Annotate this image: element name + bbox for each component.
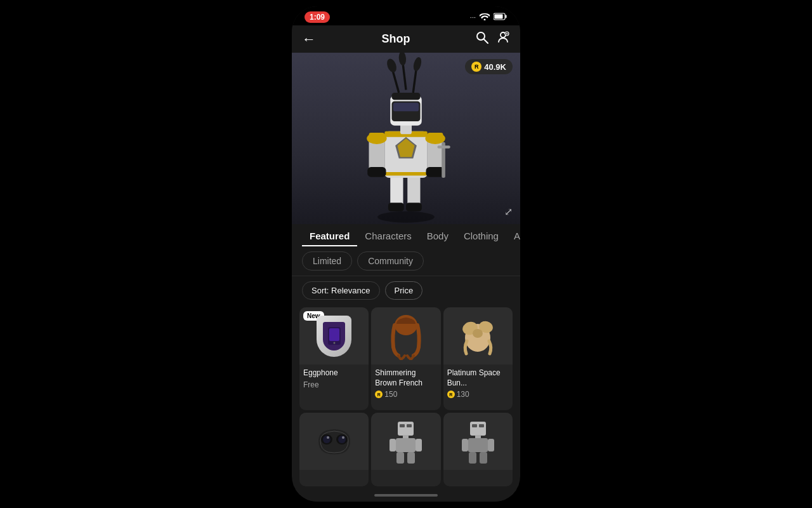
- item-name-brown-french: Shimmering Brown French: [375, 368, 436, 388]
- svg-point-31: [385, 57, 398, 74]
- svg-rect-21: [367, 167, 386, 177]
- svg-point-7: [377, 211, 435, 223]
- item-image-mask: [299, 413, 369, 470]
- svg-rect-27: [392, 93, 421, 100]
- tab-body[interactable]: Body: [419, 224, 456, 246]
- status-bar: 1:09 ···: [292, 6, 520, 25]
- item-price-eggphone: Free: [303, 380, 365, 389]
- svg-point-45: [473, 329, 483, 338]
- roblox-figure1-svg: [388, 419, 423, 464]
- status-time: 1:09: [304, 11, 330, 23]
- phone-container: 1:09 ··· ← Shop: [292, 6, 520, 502]
- item-card-mask[interactable]: [299, 413, 369, 486]
- eggphone-shape: [317, 316, 351, 357]
- page-title: Shop: [382, 32, 410, 46]
- avatar-section: R 40.9K: [292, 53, 520, 224]
- svg-rect-11: [406, 203, 422, 211]
- header: ← Shop: [292, 25, 520, 53]
- svg-point-51: [342, 436, 344, 439]
- svg-rect-26: [393, 103, 419, 112]
- mask-svg: [315, 427, 353, 455]
- item-image-eggphone: New: [299, 307, 369, 364]
- svg-rect-10: [388, 203, 404, 211]
- robux-small-icon-2: R: [447, 391, 455, 398]
- brown-hair-svg: [387, 312, 425, 360]
- expand-icon[interactable]: ⤢: [504, 206, 513, 218]
- item-image-brown-french: [371, 307, 440, 364]
- items-grid: New Eggphone Free: [292, 305, 520, 489]
- item-info-figure1: [371, 470, 440, 481]
- svg-rect-66: [462, 439, 468, 451]
- robux-small-icon: R: [375, 391, 383, 398]
- price-filter-button[interactable]: Price: [385, 281, 423, 300]
- subtab-community[interactable]: Community: [357, 251, 424, 271]
- svg-rect-67: [488, 439, 494, 451]
- svg-rect-69: [480, 452, 487, 464]
- battery-icon: [494, 13, 508, 22]
- tab-more[interactable]: A...: [506, 224, 520, 246]
- subtab-limited[interactable]: Limited: [302, 251, 352, 271]
- subtabs-row: Limited Community: [292, 246, 520, 276]
- tab-clothing[interactable]: Clothing: [456, 224, 506, 246]
- tab-featured[interactable]: Featured: [302, 224, 357, 246]
- svg-rect-55: [403, 435, 409, 438]
- svg-rect-14: [384, 172, 428, 176]
- svg-point-3: [477, 32, 485, 40]
- item-name-platinum-bun: Platinum Space Bun...: [447, 368, 509, 388]
- svg-rect-60: [407, 452, 415, 464]
- item-info-figure2: [443, 470, 513, 481]
- svg-point-48: [323, 436, 331, 443]
- item-card-figure2[interactable]: [443, 413, 513, 486]
- robux-amount: 40.9K: [484, 62, 506, 72]
- svg-point-49: [338, 436, 346, 443]
- tabs-section: Featured Characters Body Clothing A... L…: [292, 224, 520, 276]
- sort-filter-button[interactable]: Sort: Relevance: [302, 281, 380, 300]
- svg-line-4: [484, 39, 488, 43]
- back-button[interactable]: ←: [302, 31, 316, 48]
- item-info-eggphone: Eggphone Free: [299, 364, 369, 394]
- item-name-eggphone: Eggphone: [303, 368, 365, 378]
- svg-rect-65: [468, 438, 488, 452]
- svg-point-34: [367, 133, 387, 144]
- item-image-figure2: [443, 413, 513, 470]
- svg-point-50: [327, 436, 329, 439]
- svg-rect-68: [469, 452, 476, 464]
- item-info-platinum-bun: Platinum Space Bun... R 130: [443, 364, 513, 404]
- svg-rect-1: [506, 15, 507, 18]
- svg-rect-59: [396, 452, 404, 464]
- item-price-platinum-bun: R 130: [447, 390, 509, 399]
- filters-row: Sort: Relevance Price: [292, 276, 520, 305]
- tab-characters[interactable]: Characters: [357, 224, 419, 246]
- svg-rect-52: [398, 422, 414, 436]
- item-info-brown-french: Shimmering Brown French R 150: [371, 364, 440, 404]
- avatar-customize-icon[interactable]: [496, 30, 510, 48]
- svg-rect-63: [479, 424, 484, 427]
- item-card-figure1[interactable]: [371, 413, 440, 486]
- item-image-platinum-bun: [443, 307, 513, 364]
- svg-rect-57: [390, 439, 396, 451]
- svg-rect-53: [400, 424, 405, 427]
- wifi-icon: [480, 13, 490, 22]
- svg-rect-54: [407, 424, 412, 427]
- svg-rect-61: [470, 422, 486, 436]
- svg-rect-56: [396, 438, 416, 452]
- svg-rect-2: [495, 15, 503, 19]
- item-price-brown-french: R 150: [375, 390, 436, 399]
- avatar-figure: [292, 53, 520, 224]
- header-icons: [476, 30, 510, 48]
- item-card-brown-french[interactable]: Shimmering Brown French R 150: [371, 307, 440, 410]
- svg-point-33: [412, 57, 423, 72]
- signal-dots-icon: ···: [470, 13, 476, 21]
- item-card-platinum-bun[interactable]: Platinum Space Bun... R 130: [443, 307, 513, 410]
- item-info-mask: [299, 470, 369, 481]
- svg-rect-39: [329, 328, 339, 341]
- item-image-figure1: [371, 413, 440, 470]
- status-icons: ···: [470, 13, 508, 22]
- roblox-figure2-svg: [461, 419, 495, 464]
- svg-rect-58: [416, 439, 422, 451]
- svg-rect-37: [438, 145, 450, 149]
- item-card-eggphone[interactable]: New Eggphone Free: [299, 307, 369, 410]
- svg-rect-64: [475, 435, 481, 438]
- robux-coin-icon: R: [471, 62, 481, 72]
- search-icon[interactable]: [476, 31, 488, 47]
